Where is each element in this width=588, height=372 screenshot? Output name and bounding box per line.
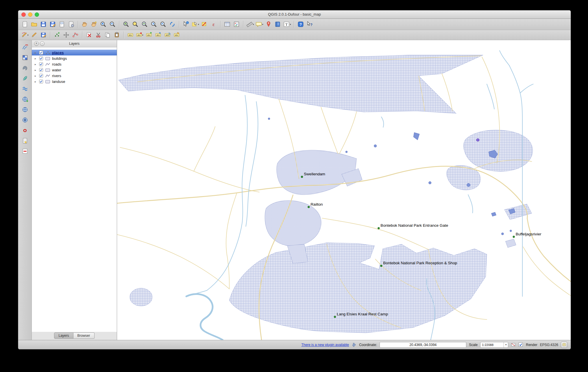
place-marker-dot [513,236,515,238]
save-layer-edits-button[interactable] [39,31,48,39]
zoom-to-selection-button[interactable] [131,20,140,29]
remove-layer-button[interactable] [21,147,29,155]
composer-manager-button[interactable] [67,20,75,29]
zoom-to-layer-icon [141,21,148,28]
dropdown-arrow-icon[interactable]: ▾ [142,34,143,36]
zoom-full-button[interactable] [122,20,130,29]
refresh-map-button[interactable] [168,20,177,29]
field-calculator-button[interactable] [232,20,241,29]
plugin-icon[interactable] [352,342,356,347]
add-wms-layer-button[interactable] [21,95,29,103]
select-features-button[interactable]: ▾ [191,20,199,29]
layer-label: places [52,51,64,55]
whats-this-button[interactable]: ? [306,20,314,29]
pan-to-selection-button[interactable] [90,20,98,29]
current-edits-button[interactable]: ▾ [21,31,29,39]
zoom-out-button[interactable] [108,20,117,29]
move-feature-button[interactable] [62,31,71,39]
render-checkbox[interactable] [518,342,523,347]
add-feature-button[interactable] [53,31,61,39]
new-print-composer-button[interactable] [58,20,66,29]
map-tips-button[interactable]: ▾ [255,20,264,29]
new-shapefile-layer-button[interactable] [21,137,29,145]
rotate-label-button[interactable]: abc [163,31,172,39]
highlight-labels-button[interactable]: abc [145,31,153,39]
add-wfs-layer-button[interactable]: W [21,116,29,124]
paste-features-button[interactable] [112,31,121,39]
add-spatialite-layer-button[interactable] [21,74,29,82]
show-bookmarks-button[interactable] [273,20,282,29]
layer-visibility-checkbox[interactable] [39,68,43,72]
text-annotation-button[interactable]: T▾ [283,20,291,29]
labeling-button[interactable]: abc [126,31,135,39]
expand-icon[interactable]: ▸ [35,74,38,77]
add-wfs-layer-icon: W [22,117,28,123]
zoom-next-button[interactable] [159,20,167,29]
svg-text:W: W [24,118,26,121]
open-attribute-table-button[interactable] [223,20,232,29]
dropdown-arrow-icon[interactable]: ▾ [27,34,28,36]
combo-arrow-icon[interactable]: ▼ [504,342,508,347]
log-messages-button[interactable] [561,342,567,348]
delete-selected-button[interactable] [85,31,93,39]
identify-features-button[interactable]: i [182,20,190,29]
select-by-expression-button[interactable]: ε [209,20,218,29]
zoom-last-button[interactable] [149,20,158,29]
toggle-editing-button[interactable] [30,31,38,39]
add-mssql-layer-button[interactable] [21,85,29,93]
new-bookmark-button[interactable] [264,20,273,29]
coordinate-input[interactable] [380,342,466,348]
layer-visibility-checkbox[interactable] [39,51,43,55]
change-label-button[interactable]: abc [172,31,181,39]
layer-visibility-checkbox[interactable] [39,74,43,78]
layer-visibility-checkbox[interactable] [39,79,43,84]
add-oracle-layer-button[interactable]: O [21,126,29,134]
zoom-to-layer-button[interactable] [140,20,149,29]
dropdown-arrow-icon[interactable]: ▾ [253,23,254,26]
new-project-button[interactable] [21,20,29,29]
layer-item-landuse[interactable]: ▸landuse [32,79,117,84]
plugin-available-link[interactable]: There is a new plugin available [301,343,349,347]
dropdown-arrow-icon[interactable]: ▾ [198,23,199,26]
render-status-icon[interactable] [511,342,516,347]
tab-layers[interactable]: Layers [54,332,73,339]
pan-map-button[interactable] [80,20,89,29]
crs-status[interactable]: EPSG:4326 [540,343,558,347]
save-project-button[interactable] [39,20,48,29]
window-titlebar[interactable]: QGIS 2.0.1-Dufour - basic_map [18,10,571,19]
dropdown-arrow-icon[interactable]: ▾ [290,23,291,26]
add-vector-layer-button[interactable] [21,43,29,51]
scale-label: Scale [469,343,478,347]
dropdown-arrow-icon[interactable]: ▾ [262,23,263,26]
expand-icon[interactable]: ▸ [35,68,38,72]
save-project-as-button[interactable] [48,20,57,29]
layer-item-water[interactable]: ▸water [32,67,117,73]
expand-icon[interactable]: ▸ [35,51,38,54]
pin-labels-button[interactable]: abc▾ [135,31,144,39]
layer-item-roads[interactable]: ▸roads [32,61,117,67]
open-project-button[interactable] [30,20,38,29]
node-tool-button[interactable] [71,31,80,39]
add-vector-layer-icon [22,44,28,51]
layer-visibility-checkbox[interactable] [39,62,43,66]
layer-visibility-checkbox[interactable] [39,56,43,61]
add-postgis-layer-button[interactable] [21,64,29,72]
layer-item-rivers[interactable]: ▸rivers [32,73,117,79]
help-contents-button[interactable]: ? [296,20,305,29]
expand-icon[interactable]: ▸ [35,80,38,83]
deselect-features-button[interactable] [200,20,209,29]
move-label-button[interactable]: abc [154,31,162,39]
copy-features-button[interactable] [103,31,112,39]
zoom-in-button[interactable] [99,20,108,29]
scale-combo[interactable]: 1:22088 ▼ [480,342,508,348]
tab-browser[interactable]: Browser [73,332,95,339]
layer-item-buildings[interactable]: ▸buildings [32,55,117,61]
add-raster-layer-button[interactable] [21,53,29,62]
add-wcs-layer-button[interactable] [21,105,29,114]
layer-item-places[interactable]: ▸places [32,50,117,55]
map-canvas[interactable]: SwellendamRailtonBontebok National Park … [117,40,571,340]
expand-icon[interactable]: ▸ [35,57,38,60]
cut-features-button[interactable] [94,31,103,39]
expand-icon[interactable]: ▸ [35,63,38,66]
measure-button[interactable]: ▾ [246,20,254,29]
